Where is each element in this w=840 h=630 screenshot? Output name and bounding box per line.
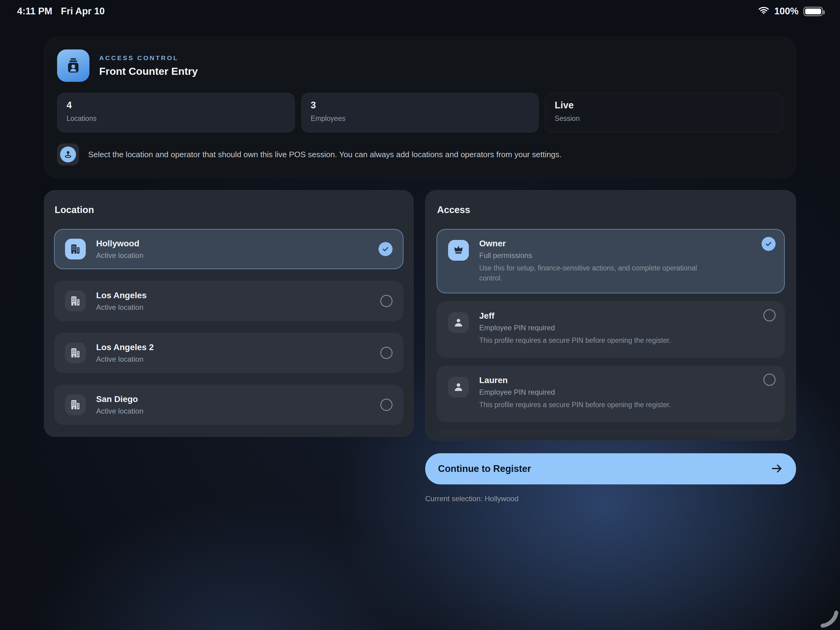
access-row-partial[interactable] [436, 430, 785, 441]
header-eyebrow: ACCESS CONTROL [99, 54, 198, 62]
access-panel: Access Owner Full permissions Use this f… [425, 190, 796, 441]
location-name: San Diego [96, 394, 381, 404]
location-status: Active location [96, 355, 381, 363]
crown-icon [448, 240, 469, 261]
access-name: Lauren [479, 376, 671, 385]
stat-label: Locations [66, 114, 286, 123]
location-row-hollywood[interactable]: Hollywood Active location [54, 229, 404, 269]
stat-label: Employees [311, 114, 530, 123]
stat-value: 3 [311, 100, 530, 111]
stats-row: 4 Locations 3 Employees Live Session [57, 93, 783, 133]
radio-unselected[interactable] [763, 309, 775, 321]
battery-icon [804, 7, 823, 16]
radio-unselected[interactable] [381, 295, 393, 307]
status-time: 4:11 PM [17, 6, 52, 17]
stat-locations: 4 Locations [57, 93, 295, 133]
selected-check-icon[interactable] [761, 237, 775, 251]
continue-label: Continue to Register [438, 463, 531, 474]
access-description: This profile requires a secure PIN befor… [479, 400, 671, 410]
map-pin-icon [57, 144, 79, 166]
building-icon [65, 239, 86, 259]
location-row-los-angeles[interactable]: Los Angeles Active location [54, 281, 404, 321]
building-icon [65, 343, 86, 363]
access-name: Owner [479, 239, 711, 248]
location-status: Active location [96, 303, 381, 312]
access-control-header-card: ACCESS CONTROL Front Counter Entry 4 Loc… [44, 37, 796, 178]
access-subtitle: Employee PIN required [479, 388, 671, 396]
location-name: Hollywood [96, 239, 379, 248]
access-panel-title: Access [437, 205, 785, 215]
access-description: This profile requires a secure PIN befor… [479, 335, 671, 346]
radio-unselected[interactable] [763, 374, 775, 386]
arrow-right-icon [771, 462, 783, 476]
continue-to-register-button[interactable]: Continue to Register [425, 453, 796, 485]
person-icon [448, 377, 469, 398]
access-description: Use this for setup, finance-sensitive ac… [479, 263, 711, 284]
access-row-owner[interactable]: Owner Full permissions Use this for setu… [436, 229, 785, 293]
selected-check-icon[interactable] [379, 242, 393, 256]
location-row-los-angeles-2[interactable]: Los Angeles 2 Active location [54, 333, 404, 373]
building-icon [65, 291, 86, 311]
access-subtitle: Full permissions [479, 251, 711, 260]
status-bar: 4:11 PM Fri Apr 10 100% [0, 0, 840, 19]
status-date: Fri Apr 10 [61, 6, 105, 17]
access-name: Jeff [479, 311, 671, 321]
current-selection-caption: Current selection: Hollywood [425, 494, 796, 503]
location-name: Los Angeles 2 [96, 343, 381, 352]
page-title: Front Counter Entry [99, 65, 198, 77]
location-panel: Location [44, 190, 414, 437]
stat-value: Live [554, 100, 774, 111]
stat-value: 4 [66, 100, 286, 111]
location-name: Los Angeles [96, 291, 381, 300]
access-row-lauren[interactable]: Lauren Employee PIN required This profil… [436, 366, 785, 422]
location-row-san-diego[interactable]: San Diego Active location [54, 385, 404, 425]
access-control-app-icon [57, 49, 90, 82]
location-status: Active location [96, 407, 381, 415]
stat-session: Live Session [545, 93, 783, 133]
corner-arc-mark [800, 595, 840, 630]
battery-percent: 100% [774, 6, 799, 17]
wifi-icon [758, 6, 769, 17]
session-note: Select the location and operator that sh… [88, 150, 562, 159]
access-subtitle: Employee PIN required [479, 324, 671, 332]
access-row-jeff[interactable]: Jeff Employee PIN required This profile … [436, 301, 785, 358]
building-icon [65, 394, 86, 415]
stat-employees: 3 Employees [301, 93, 539, 133]
person-icon [448, 312, 469, 333]
radio-unselected[interactable] [381, 399, 393, 411]
location-panel-title: Location [55, 205, 404, 215]
location-status: Active location [96, 251, 379, 260]
radio-unselected[interactable] [381, 347, 393, 359]
stat-label: Session [554, 114, 774, 123]
